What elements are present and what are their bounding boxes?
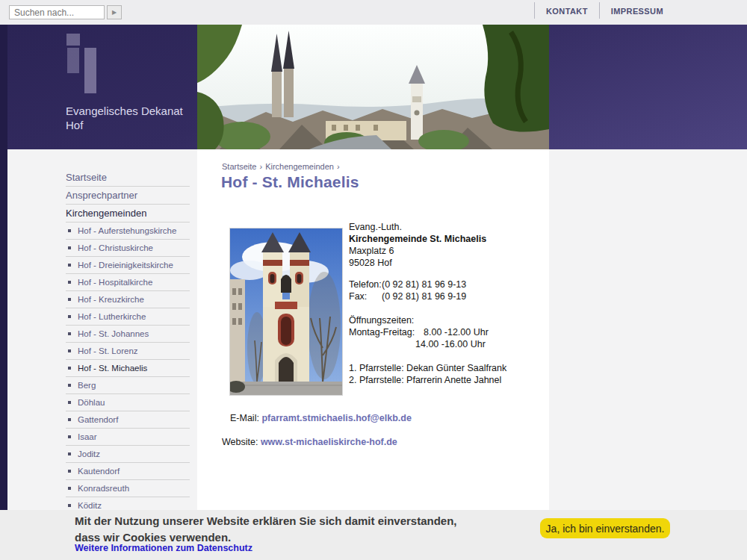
street: Maxplatz 6 xyxy=(349,245,549,257)
sidebar-item[interactable]: Ansprechpartner xyxy=(66,187,190,205)
sidebar-item[interactable]: Hof - Hospitalkirche xyxy=(66,274,190,291)
email-row: E-Mail: pfarramt.stmichaelis.hof@elkb.de xyxy=(230,413,412,423)
sidebar-item[interactable]: Hof - Christuskirche xyxy=(66,240,190,257)
website-label: Website: xyxy=(222,437,258,447)
bullet-icon xyxy=(68,367,71,370)
sidebar-item[interactable]: Berg xyxy=(66,377,190,394)
sidebar-item[interactable]: Hof - St. Lorenz xyxy=(66,343,190,360)
privacy-info-link[interactable]: Weitere Informationen zum Datenschutz xyxy=(75,543,252,553)
site-name: Evangelisches Dekanat Hof xyxy=(66,104,200,132)
bullet-icon xyxy=(68,349,71,352)
top-bar: ▶ KONTAKT IMPRESSUM xyxy=(0,0,747,25)
sidebar-item[interactable]: Startseite xyxy=(66,169,190,187)
sidebar-item[interactable]: Hof - St. Michaelis xyxy=(66,360,190,377)
email-label: E-Mail: xyxy=(230,413,259,423)
bullet-icon xyxy=(68,315,71,318)
breadcrumb-separator: › xyxy=(259,162,262,171)
congregation-info: Evang.-Luth. Kirchengemeinde St. Michael… xyxy=(349,221,549,386)
search-input[interactable] xyxy=(9,5,105,19)
hours-row-1: Montag-Freitag: 8.00 -12.00 Uhr xyxy=(349,326,549,338)
hours-heading: Öffnungszeiten: xyxy=(349,314,549,326)
sidebar-item[interactable]: Hof - Dreieinigkeitskirche xyxy=(66,257,190,274)
bullet-icon xyxy=(68,418,71,421)
dekanat-logo-icon xyxy=(66,34,103,97)
phone-label: Telefon: xyxy=(349,279,382,290)
sidebar-item[interactable]: Hof - Kreuzkirche xyxy=(66,291,190,308)
bullet-icon xyxy=(68,504,71,507)
cookie-message: Mit der Nutzung unserer Website erklären… xyxy=(75,513,457,546)
city: 95028 Hof xyxy=(349,257,549,269)
email-link[interactable]: pfarramt.stmichaelis.hof@elkb.de xyxy=(261,413,411,423)
sidebar-item[interactable]: Joditz xyxy=(66,446,190,463)
website-row: Website: www.st-michaeliskirche-hof.de xyxy=(222,437,397,447)
breadcrumb-startseite[interactable]: Startseite xyxy=(222,162,256,171)
bullet-icon xyxy=(68,246,71,249)
bullet-icon xyxy=(68,229,71,232)
st-michaelis-church-photo xyxy=(229,228,343,396)
bullet-icon xyxy=(68,401,71,404)
bullet-icon xyxy=(68,298,71,301)
sidebar-item[interactable]: Gattendorf xyxy=(66,411,190,429)
sidebar-item[interactable]: Konradsreuth xyxy=(66,480,190,497)
kontakt-link[interactable]: KONTAKT xyxy=(534,2,599,19)
bullet-icon xyxy=(68,332,71,335)
website-link[interactable]: www.st-michaeliskirche-hof.de xyxy=(261,437,397,447)
fax-row: Fax: (0 92 81) 81 96 9-19 xyxy=(349,290,549,302)
fax-number: (0 92 81) 81 96 9-19 xyxy=(382,290,466,302)
search-arrow-icon: ▶ xyxy=(112,9,117,16)
page-title: Hof - St. Michaelis xyxy=(221,173,359,191)
impressum-link[interactable]: IMPRESSUM xyxy=(599,2,675,19)
cookie-accept-button[interactable]: Ja, ich bin einverstanden. xyxy=(540,518,670,538)
bullet-icon xyxy=(68,281,71,284)
cookie-banner: Mit der Nutzung unserer Website erklären… xyxy=(0,510,747,560)
org-name: Kirchengemeinde St. Michaelis xyxy=(349,233,549,245)
breadcrumb: Startseite›Kirchengemeinden› xyxy=(222,162,343,171)
sidebar-item[interactable]: Isaar xyxy=(66,429,190,446)
bullet-icon xyxy=(68,487,71,490)
hours-day-label: Montag-Freitag: xyxy=(349,326,424,338)
sidebar-item[interactable]: Döhlau xyxy=(66,394,190,411)
phone-number: (0 92 81) 81 96 9-13 xyxy=(382,279,466,290)
header-city-panorama-photo xyxy=(197,25,549,149)
bullet-icon xyxy=(68,264,71,267)
top-links: KONTAKT IMPRESSUM xyxy=(534,0,675,21)
bullet-icon xyxy=(68,384,71,387)
org-line: Evang.-Luth. xyxy=(349,221,549,233)
sidebar-item[interactable]: Kautendorf xyxy=(66,463,190,480)
sidebar-navigation: Startseite Ansprechpartner Kirchengemein… xyxy=(66,169,190,532)
pfarrstelle-1: 1. Pfarrstelle: Dekan Günter Saalfrank xyxy=(349,362,549,374)
bullet-icon xyxy=(68,452,71,455)
left-accent-strip xyxy=(0,25,7,510)
fax-label: Fax: xyxy=(349,290,382,302)
hours-afternoon: 14.00 -16.00 Uhr xyxy=(415,338,549,350)
search-submit-button[interactable]: ▶ xyxy=(107,5,122,19)
bullet-icon xyxy=(68,470,71,473)
sidebar-item[interactable]: Hof - Lutherkirche xyxy=(66,308,190,326)
breadcrumb-kirchengemeinden[interactable]: Kirchengemeinden xyxy=(265,162,334,171)
sidebar-item[interactable]: Hof - St. Johannes xyxy=(66,326,190,343)
sidebar-item[interactable]: Kirchengemeinden xyxy=(66,205,190,223)
phone-row: Telefon: (0 92 81) 81 96 9-13 xyxy=(349,279,549,290)
bullet-icon xyxy=(68,435,71,438)
sidebar-nav-list: Startseite Ansprechpartner Kirchengemein… xyxy=(66,169,190,532)
pfarrstelle-2: 2. Pfarrstelle: Pfarrerin Anette Jahnel xyxy=(349,374,549,386)
hours-morning: 8.00 -12.00 Uhr xyxy=(424,326,489,338)
sidebar-item[interactable]: Hof - Auferstehungskirche xyxy=(66,223,190,240)
breadcrumb-separator: › xyxy=(337,162,340,171)
